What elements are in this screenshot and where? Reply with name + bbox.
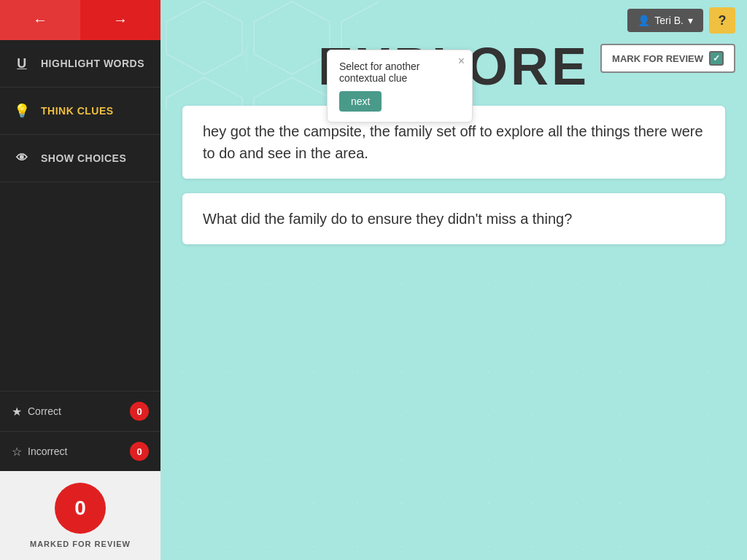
correct-label: Correct xyxy=(28,405,61,417)
user-icon: 👤 xyxy=(638,15,650,26)
incorrect-score-row: ☆ Incorrect 0 xyxy=(0,431,160,471)
star-outline-icon: ☆ xyxy=(12,445,22,459)
user-name: Teri B. xyxy=(654,15,684,26)
marked-count: 0 xyxy=(55,483,106,534)
main-content: 👤 Teri B. ▾ ? EXPLORE MARK FOR REVIEW ✓ … xyxy=(160,0,747,560)
help-button[interactable]: ? xyxy=(709,7,735,34)
highlight-words-label: HIGHLIGHT WORDS xyxy=(41,58,144,69)
question-card: What did the family do to ensure they di… xyxy=(182,193,725,244)
dropdown-icon: ▾ xyxy=(688,15,693,26)
forward-button[interactable]: → xyxy=(80,0,160,40)
passage-text: hey got the the campsite, the family set… xyxy=(203,123,703,161)
forward-icon: → xyxy=(113,12,128,28)
mark-review-label: MARK FOR REVIEW xyxy=(612,53,703,64)
sidebar-item-think-clues[interactable]: 💡 THINK CLUES xyxy=(0,88,160,135)
back-button[interactable]: ← xyxy=(0,0,80,40)
incorrect-left: ☆ Incorrect xyxy=(12,445,67,459)
nav-arrows: ← → xyxy=(0,0,160,40)
think-clues-icon: 💡 xyxy=(12,101,32,121)
think-clues-label: THINK CLUES xyxy=(41,105,114,117)
mark-review-button[interactable]: MARK FOR REVIEW ✓ xyxy=(600,44,735,73)
question-text: What did the family do to ensure they di… xyxy=(203,211,572,227)
sidebar-spacer xyxy=(0,182,160,391)
incorrect-label: Incorrect xyxy=(28,446,67,457)
show-choices-label: SHOW CHOICES xyxy=(41,152,126,164)
top-bar: 👤 Teri B. ▾ ? xyxy=(160,0,747,41)
tooltip-close-button[interactable]: × xyxy=(458,55,465,68)
marked-label: MARKED FOR REVIEW xyxy=(30,540,131,548)
correct-score-row: ★ Correct 0 xyxy=(0,391,160,431)
correct-badge: 0 xyxy=(130,402,149,421)
highlight-words-icon: U xyxy=(12,53,32,74)
tooltip-next-button[interactable]: next xyxy=(339,91,382,112)
correct-left: ★ Correct xyxy=(12,405,61,419)
mark-review-checkbox: ✓ xyxy=(709,51,724,66)
tooltip-popup: × Select for another contextual clue nex… xyxy=(327,50,473,122)
marked-review-box: 0 MARKED FOR REVIEW xyxy=(0,471,160,560)
star-icon: ★ xyxy=(12,405,22,419)
sidebar: ← → U HIGHLIGHT WORDS 💡 THINK CLUES 👁 SH… xyxy=(0,0,160,560)
show-choices-icon: 👁 xyxy=(12,148,32,168)
incorrect-badge: 0 xyxy=(130,442,149,461)
sidebar-item-highlight-words[interactable]: U HIGHLIGHT WORDS xyxy=(0,40,160,88)
tooltip-text: Select for another contextual clue xyxy=(339,61,460,84)
user-menu-button[interactable]: 👤 Teri B. ▾ xyxy=(627,9,703,32)
back-icon: ← xyxy=(33,12,47,28)
sidebar-item-show-choices[interactable]: 👁 SHOW CHOICES xyxy=(0,135,160,182)
